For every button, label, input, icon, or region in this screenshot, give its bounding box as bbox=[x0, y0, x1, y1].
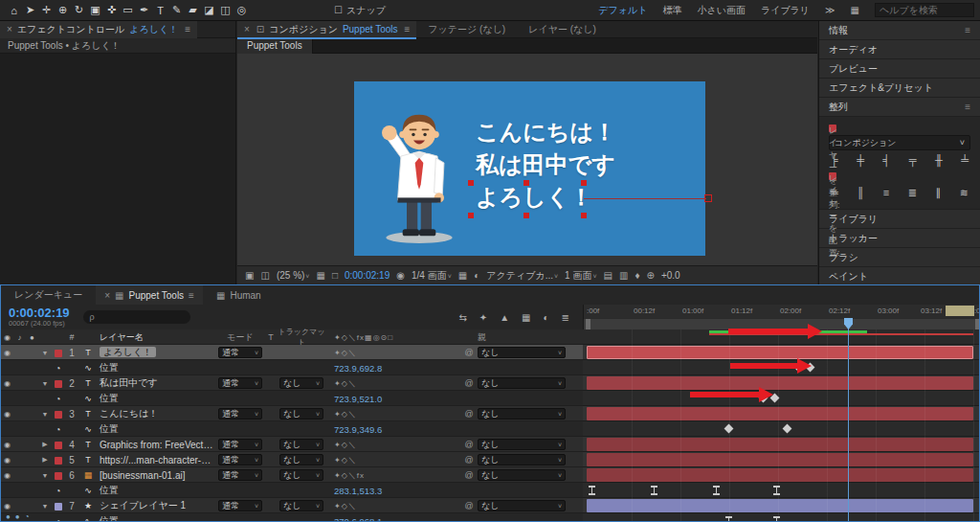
sidebar-item-align[interactable]: 整列 ≡ bbox=[819, 98, 980, 117]
search-input[interactable]: ρ bbox=[83, 310, 190, 324]
eye-icon[interactable]: ◉ bbox=[1, 502, 13, 511]
distribute-center-h-icon[interactable]: ∥ bbox=[936, 187, 942, 199]
mode-dropdown[interactable]: 通常˅ bbox=[218, 377, 262, 389]
mask-visibility-icon[interactable]: □ bbox=[332, 270, 338, 281]
workspace-standard[interactable]: 標準 bbox=[662, 4, 681, 17]
breadcrumb-item[interactable]: Puppet Tools bbox=[237, 38, 313, 54]
label-color[interactable] bbox=[52, 378, 64, 389]
eye-icon[interactable]: ◉ bbox=[1, 471, 13, 480]
graph-icon[interactable]: ∿ bbox=[79, 486, 97, 495]
layer-name[interactable]: 私は田中です bbox=[97, 376, 215, 390]
mini-flowchart-icon[interactable]: ⇆ bbox=[458, 312, 466, 323]
workspace-default[interactable]: デフォルト bbox=[598, 4, 647, 17]
align-top-icon[interactable]: ╤ bbox=[909, 154, 917, 166]
layer-duration-bar[interactable] bbox=[587, 453, 973, 466]
clone-stamp-tool-icon[interactable]: ▰ bbox=[185, 4, 201, 16]
parent-dropdown[interactable]: なし˅ bbox=[478, 377, 566, 389]
timeline-button-icon[interactable]: ♦ bbox=[635, 270, 639, 281]
timeline-tab-puppet-tools[interactable]: × ▦ Puppet Tools ≡ bbox=[96, 285, 203, 305]
panel-menu-icon[interactable]: ≡ bbox=[185, 24, 190, 34]
snap-toggle[interactable]: ☐ スナップ bbox=[334, 4, 386, 17]
keyframe-diamond[interactable] bbox=[724, 424, 734, 434]
panel-menu-icon[interactable]: ≡ bbox=[965, 25, 970, 35]
pixel-aspect-icon[interactable]: ▤ bbox=[604, 270, 612, 281]
fast-previews-icon[interactable]: ▥ bbox=[619, 270, 628, 281]
expand-arrow-icon[interactable]: ▶ bbox=[38, 456, 52, 464]
layer-duration-bar[interactable] bbox=[587, 438, 973, 451]
trkmat-dropdown[interactable]: なし˅ bbox=[279, 439, 323, 450]
layer-name[interactable]: Graphics from: FreeVector.com bbox=[97, 440, 215, 450]
hold-keyframe[interactable] bbox=[773, 516, 780, 522]
distribute-right-icon[interactable]: ≋ bbox=[960, 187, 969, 199]
hold-keyframe[interactable] bbox=[589, 486, 595, 495]
home-icon[interactable]: ⌂ bbox=[6, 5, 22, 16]
layer-name[interactable]: https://...man-character-vector-28458 bbox=[97, 455, 215, 465]
parent-dropdown[interactable]: なし˅ bbox=[478, 439, 566, 450]
eye-icon[interactable]: ◉ bbox=[1, 410, 13, 419]
ocr-icon[interactable]: ▦ bbox=[851, 5, 859, 15]
mode-column-header[interactable]: モード bbox=[215, 331, 265, 344]
hold-keyframe[interactable] bbox=[651, 486, 657, 495]
selection-handle[interactable] bbox=[523, 180, 529, 186]
parent-dropdown[interactable]: なし˅ bbox=[478, 500, 566, 511]
expand-arrow-icon[interactable]: ▼ bbox=[38, 411, 52, 418]
property-name[interactable]: 位置 bbox=[97, 422, 215, 436]
workspace-overflow-icon[interactable]: ≫ bbox=[825, 5, 835, 15]
pickwhip-icon[interactable]: @ bbox=[460, 409, 478, 419]
hold-keyframe[interactable] bbox=[713, 486, 720, 495]
distribute-bottom-icon[interactable]: ≡ bbox=[883, 187, 889, 199]
align-bottom-icon[interactable]: ╧ bbox=[961, 154, 969, 166]
hold-keyframe[interactable] bbox=[725, 516, 732, 522]
parent-dropdown[interactable]: なし˅ bbox=[478, 454, 566, 465]
sidebar-item-info[interactable]: 情報 ≡ bbox=[819, 21, 980, 40]
layer-name[interactable]: よろしく！ bbox=[97, 346, 215, 359]
graph-icon[interactable]: ∿ bbox=[79, 363, 97, 373]
table-row[interactable]: ◔ ∿ 位置 370.6,968.1 bbox=[1, 513, 980, 522]
number-column-header[interactable]: # bbox=[64, 332, 79, 342]
snap-checkbox-icon[interactable]: ☐ bbox=[334, 5, 343, 15]
mode-dropdown[interactable]: 通常˅ bbox=[218, 439, 262, 450]
expand-layers-toggle-icon[interactable]: ● bbox=[6, 512, 11, 521]
frame-blend-icon[interactable]: ▦ bbox=[522, 312, 530, 323]
layer-duration-bar[interactable] bbox=[587, 468, 973, 482]
property-name[interactable]: 位置 bbox=[97, 484, 215, 497]
stopwatch-icon[interactable]: ◔ bbox=[52, 516, 64, 522]
distribute-left-icon[interactable]: ≣ bbox=[908, 187, 917, 199]
footage-tab[interactable]: フッテージ (なし) bbox=[416, 23, 517, 36]
help-search-input[interactable] bbox=[875, 3, 974, 17]
parent-dropdown[interactable]: なし˅ bbox=[478, 469, 566, 481]
pen-tool-icon[interactable]: ✒ bbox=[136, 4, 152, 16]
close-icon[interactable]: × bbox=[7, 24, 12, 34]
expand-arrow-icon[interactable]: ▶ bbox=[38, 441, 52, 448]
table-row[interactable]: ◔ ∿ 位置 283.1,513.3 bbox=[1, 483, 980, 498]
eye-icon[interactable]: ◉ bbox=[1, 379, 13, 388]
label-color[interactable] bbox=[52, 409, 64, 420]
exposure-value[interactable]: +0.0 bbox=[661, 270, 680, 281]
trkmat-dropdown[interactable]: なし˅ bbox=[279, 454, 323, 465]
pickwhip-icon[interactable]: @ bbox=[460, 348, 478, 357]
layer-switches[interactable]: ✦◇＼ bbox=[326, 501, 460, 511]
mode-dropdown[interactable]: 通常˅ bbox=[218, 347, 262, 358]
keyframe-diamond[interactable] bbox=[783, 424, 792, 434]
panel-menu-icon[interactable]: ≡ bbox=[965, 102, 970, 112]
brush-tool-icon[interactable]: ✎ bbox=[168, 4, 185, 16]
puppet-pin-tool-icon[interactable]: ◎ bbox=[234, 4, 250, 16]
layer-name[interactable]: シェイプレイヤー 1 bbox=[97, 499, 215, 512]
zoom-dropdown[interactable]: (25 %)˅ bbox=[277, 270, 310, 281]
expand-arrow-icon[interactable]: ▼ bbox=[38, 472, 52, 479]
camera-tool-icon[interactable]: ▣ bbox=[87, 4, 103, 16]
property-value[interactable]: 370.6,968.1 bbox=[326, 516, 460, 522]
timeline-tab-human[interactable]: ▦ Human bbox=[203, 290, 275, 301]
sidebar-item-libraries[interactable]: ライブラリ bbox=[819, 210, 980, 229]
graph-icon[interactable]: ∿ bbox=[79, 516, 97, 522]
workspace-libraries[interactable]: ライブラリ bbox=[761, 4, 810, 17]
hand-tool-icon[interactable]: ✛ bbox=[38, 4, 55, 16]
pan-behind-tool-icon[interactable]: ✜ bbox=[103, 4, 120, 16]
selection-handle[interactable] bbox=[468, 213, 474, 218]
table-row[interactable]: ◉ ▼ 1 T よろしく！ 通常˅ ✦◇＼ @ なし˅ bbox=[1, 345, 980, 360]
property-value[interactable]: 723.9,521.0 bbox=[326, 394, 460, 404]
align-center-h-icon[interactable]: ╪ bbox=[857, 154, 864, 166]
selection-end-handle[interactable] bbox=[704, 194, 712, 202]
mode-dropdown[interactable]: 通常˅ bbox=[218, 500, 262, 511]
label-color[interactable] bbox=[52, 348, 64, 358]
